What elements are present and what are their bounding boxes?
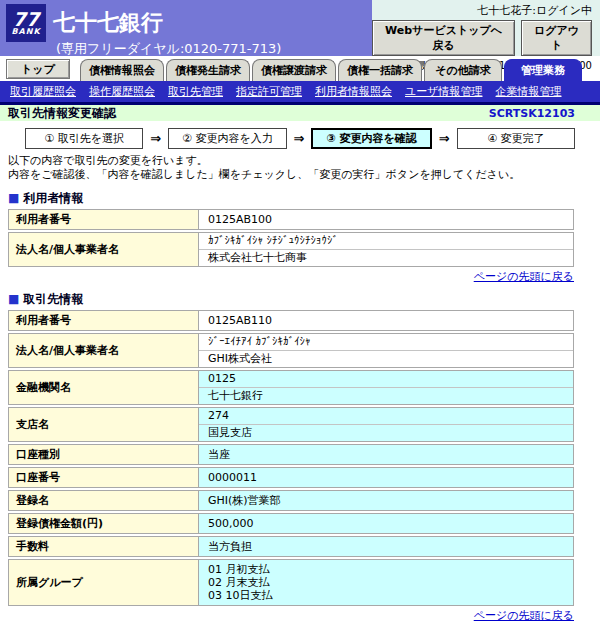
- row-label: 所属グループ: [9, 560, 199, 605]
- row-label: 登録名: [9, 491, 199, 510]
- row-label: 法人名/個人事業者名: [9, 233, 199, 266]
- table-row-changed: 金融機関名 0125 七十七銀行: [8, 370, 574, 405]
- row-label: 金融機関名: [9, 371, 199, 404]
- subnav-sosa-rireki-shokai[interactable]: 操作履歴照会: [89, 84, 155, 99]
- subnav-user-joho-kanri[interactable]: ユーザ情報管理: [405, 84, 483, 99]
- table-row: 利用者番号 0125AB110: [8, 310, 574, 331]
- section-user-info-heading: ■利用者情報: [8, 190, 592, 207]
- subnav-riyosha-joho-shokai[interactable]: 利用者情報照会: [315, 84, 392, 99]
- sub-nav: 取引履歴照会 操作履歴照会 取引先管理 指定許可管理 利用者情報照会 ユーザ情報…: [0, 81, 600, 102]
- subnav-torihiki-rireki-shokai[interactable]: 取引履歴照会: [10, 84, 76, 99]
- table-row-changed: 登録債権金額(円) 500,000: [8, 513, 574, 534]
- step-indicator: ① 取引先を選択 ⇒ ② 変更内容を入力 ⇒ ③ 変更内容を確認 ⇒ ④ 変更完…: [25, 128, 575, 149]
- partner-info-table: 利用者番号 0125AB110 法人名/個人事業者名 ｼﾞｰｴｲﾁｱｲ ｶﾌﾞｼ…: [8, 310, 574, 606]
- table-row-changed: 口座種別 当座: [8, 444, 574, 465]
- app-header: 77 BANK 七十七銀行 (専用フリーダイヤル:0120-771-713) 七…: [0, 0, 600, 56]
- back-to-top-link[interactable]: ページの先頭に戻る: [474, 609, 574, 622]
- table-row-changed: 口座番号 0000011: [8, 467, 574, 488]
- row-label: 利用者番号: [9, 210, 199, 229]
- logout-button[interactable]: ログアウト: [521, 20, 592, 56]
- page-title-bar: 取引先情報変更確認 SCRTSK12103: [0, 102, 600, 121]
- row-value-changed: 当座: [199, 445, 573, 464]
- table-row: 利用者番号 0125AB100: [8, 209, 574, 230]
- tab-saiken-hassei-seikyu[interactable]: 債権発生請求: [166, 59, 250, 81]
- table-row-changed: 登録名 GHI(株)営業部: [8, 490, 574, 511]
- section-partner-info-heading: ■取引先情報: [8, 291, 592, 308]
- row-label: 登録債権金額(円): [9, 514, 199, 533]
- section-square-icon: ■: [8, 191, 19, 205]
- table-row-changed: 手数料 当方負担: [8, 536, 574, 557]
- logo-bank-text: BANK: [11, 28, 40, 36]
- row-label: 法人名/個人事業者名: [9, 334, 199, 367]
- row-label: 手数料: [9, 537, 199, 556]
- step-3-confirm-changes-current: ③ 変更内容を確認: [311, 128, 431, 149]
- step-2-input-changes: ② 変更内容を入力: [168, 128, 286, 149]
- step-1-select-partner: ① 取引先を選択: [25, 128, 143, 149]
- web-service-top-button[interactable]: Webサービストップへ戻る: [372, 20, 515, 56]
- step-arrow-icon: ⇒: [439, 131, 450, 146]
- row-label: 口座種別: [9, 445, 199, 464]
- row-value-changed: GHI(株)営業部: [199, 491, 573, 510]
- step-4-complete: ④ 変更完了: [457, 128, 575, 149]
- tab-top[interactable]: トップ: [6, 59, 70, 79]
- header-session-area: 七十七花子:ログイン中 Webサービストップへ戻る ログアウト 最終操作日時 :…: [372, 0, 600, 56]
- back-to-top-link[interactable]: ページの先頭に戻る: [474, 270, 574, 283]
- logo-number: 77: [13, 11, 39, 28]
- subnav-kigyo-joho-kanri[interactable]: 企業情報管理: [496, 84, 562, 99]
- table-row-changed: 所属グループ 01 月初支払 02 月末支払 03 10日支払: [8, 559, 574, 606]
- back-to-top-row: ページの先頭に戻る: [0, 269, 574, 283]
- intro-line-1: 以下の内容で取引先の変更を行います。: [8, 154, 592, 168]
- table-row: 法人名/個人事業者名 ｶﾌﾞｼｷｶﾞｲｼｬ ｼﾁｼﾞｭｳｼﾁｼｮｳｼﾞ 株式会社…: [8, 232, 574, 267]
- row-value: 株式会社七十七商事: [199, 249, 573, 266]
- row-value-changed: 01 月初支払 02 月末支払 03 10日支払: [199, 560, 573, 605]
- tab-sonota-seikyu[interactable]: その他請求: [424, 59, 502, 81]
- screen-id: SCRTSK12103: [489, 107, 575, 120]
- main-nav: トップ 債権情報照会 債権発生請求 債権譲渡請求 債権一括請求 その他請求 管理…: [0, 56, 600, 81]
- step-arrow-icon: ⇒: [150, 131, 161, 146]
- phone-number: (専用フリーダイヤル:0120-771-713): [56, 40, 366, 58]
- tab-saiken-ikkatsu-seikyu[interactable]: 債権一括請求: [338, 59, 422, 81]
- section-heading-label: 利用者情報: [23, 191, 83, 205]
- tab-saiken-joho-shokai[interactable]: 債権情報照会: [80, 59, 164, 81]
- row-value: 0125AB100: [199, 210, 573, 229]
- row-value: GHI株式会社: [199, 350, 573, 367]
- section-square-icon: ■: [8, 292, 19, 306]
- row-value-changed: 七十七銀行: [199, 387, 573, 404]
- table-row: 法人名/個人事業者名 ｼﾞｰｴｲﾁｱｲ ｶﾌﾞｼｷｶﾞｲｼｬ GHI株式会社: [8, 333, 574, 368]
- row-value-changed: 0125: [199, 371, 573, 387]
- row-value-changed: 274: [199, 408, 573, 424]
- row-value: ｶﾌﾞｼｷｶﾞｲｼｬ ｼﾁｼﾞｭｳｼﾁｼｮｳｼﾞ: [199, 233, 573, 249]
- intro-text: 以下の内容で取引先の変更を行います。 内容をご確認後、「内容を確認しました」欄を…: [8, 154, 592, 182]
- login-status: 七十七花子:ログイン中: [477, 3, 592, 18]
- header-brand-area: 77 BANK 七十七銀行 (専用フリーダイヤル:0120-771-713): [0, 0, 372, 56]
- row-value: ｼﾞｰｴｲﾁｱｲ ｶﾌﾞｼｷｶﾞｲｼｬ: [199, 334, 573, 350]
- row-label: 支店名: [9, 408, 199, 441]
- subnav-shitei-kyoka-kanri[interactable]: 指定許可管理: [236, 84, 302, 99]
- row-value-changed: 当方負担: [199, 537, 573, 556]
- row-value-changed: 国見支店: [199, 424, 573, 441]
- step-arrow-icon: ⇒: [294, 131, 305, 146]
- tab-saiken-joto-seikyu[interactable]: 債権譲渡請求: [252, 59, 336, 81]
- row-label: 利用者番号: [9, 311, 199, 330]
- row-label: 口座番号: [9, 468, 199, 487]
- subnav-torihikisaki-kanri[interactable]: 取引先管理: [168, 84, 223, 99]
- bank-name: 七十七銀行: [53, 8, 163, 38]
- intro-line-2: 内容をご確認後、「内容を確認しました」欄をチェックし、「変更の実行」ボタンを押し…: [8, 168, 592, 182]
- page-title: 取引先情報変更確認: [8, 105, 116, 122]
- section-heading-label: 取引先情報: [23, 292, 83, 306]
- user-info-table: 利用者番号 0125AB100 法人名/個人事業者名 ｶﾌﾞｼｷｶﾞｲｼｬ ｼﾁ…: [8, 209, 574, 267]
- row-value-changed: 0000011: [199, 468, 573, 487]
- row-value: 0125AB110: [199, 311, 573, 330]
- table-row-changed: 支店名 274 国見支店: [8, 407, 574, 442]
- tab-kanri-gyomu[interactable]: 管理業務: [504, 59, 582, 81]
- row-value-changed: 500,000: [199, 514, 573, 533]
- back-to-top-row: ページの先頭に戻る: [0, 608, 574, 622]
- bank-logo-icon: 77 BANK: [6, 4, 46, 42]
